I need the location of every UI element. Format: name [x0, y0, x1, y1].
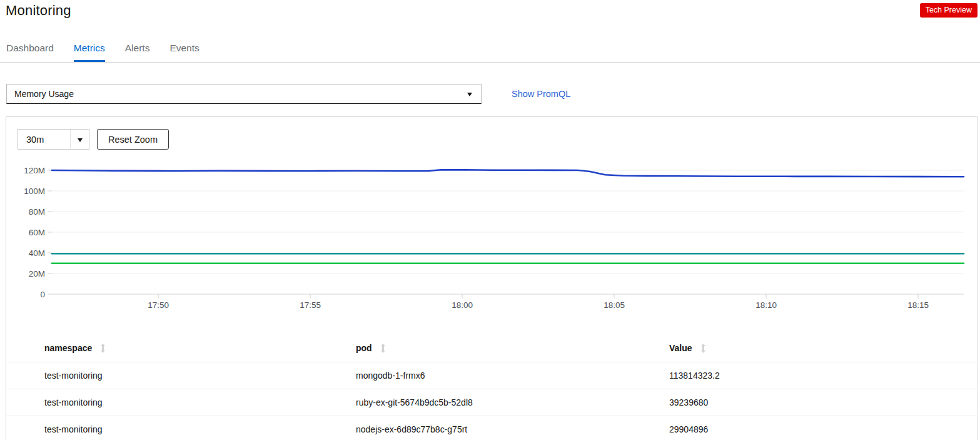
query-select-value: Memory Usage [14, 89, 74, 99]
column-header-pod[interactable]: pod [356, 343, 669, 353]
svg-text:18:15: 18:15 [907, 300, 929, 310]
timespan-select[interactable]: 30m [18, 129, 89, 150]
svg-text:18:10: 18:10 [755, 300, 777, 310]
show-promql-link[interactable]: Show PromQL [512, 89, 570, 99]
cell-namespace: test-monitoring [44, 424, 356, 434]
svg-text:100M: 100M [24, 187, 45, 196]
cell-value: 113814323.2 [669, 371, 977, 381]
column-header-value[interactable]: Value [669, 343, 977, 353]
cell-pod: mongodb-1-frmx6 [356, 371, 669, 381]
results-table: namespace pod Value test-monitoring mong… [6, 334, 977, 440]
query-select[interactable]: Memory Usage [6, 84, 482, 104]
svg-text:17:50: 17:50 [148, 300, 169, 310]
tab-bar: Dashboard Metrics Alerts Events [0, 43, 980, 63]
chevron-down-icon [78, 138, 83, 142]
svg-text:20M: 20M [29, 269, 45, 279]
svg-text:40M: 40M [29, 248, 45, 258]
cell-pod: nodejs-ex-6d89c77b8c-g75rt [356, 424, 669, 434]
table-row: test-monitoring nodejs-ex-6d89c77b8c-g75… [6, 416, 977, 440]
table-header-row: namespace pod Value [6, 334, 977, 362]
cell-value: 39239680 [669, 397, 977, 407]
cell-namespace: test-monitoring [44, 371, 356, 381]
svg-text:120M: 120M [24, 166, 45, 175]
sort-icon[interactable] [100, 344, 106, 353]
tab-events[interactable]: Events [169, 43, 199, 62]
page-header: Monitoring Tech Preview [0, 0, 980, 28]
tab-metrics[interactable]: Metrics [74, 43, 105, 62]
svg-text:60M: 60M [29, 228, 45, 237]
reset-zoom-button[interactable]: Reset Zoom [97, 129, 169, 150]
table-row: test-monitoring mongodb-1-frmx6 11381432… [6, 362, 977, 389]
cell-namespace: test-monitoring [44, 397, 356, 407]
sort-icon[interactable] [700, 344, 706, 353]
tech-preview-badge: Tech Preview [920, 3, 977, 18]
table-row: test-monitoring ruby-ex-git-5674b9dc5b-5… [6, 389, 977, 416]
svg-text:18:00: 18:00 [452, 300, 473, 310]
metrics-line-chart[interactable]: 120M100M80M60M40M20M017:5017:5518:0018:0… [6, 159, 977, 313]
column-header-namespace[interactable]: namespace [44, 343, 356, 353]
tab-alerts[interactable]: Alerts [125, 43, 150, 62]
timespan-value: 30m [26, 135, 44, 145]
cell-value: 29904896 [669, 424, 977, 434]
query-row: Memory Usage Show PromQL [6, 84, 980, 104]
chart-area[interactable]: 120M100M80M60M40M20M017:5017:5518:0018:0… [6, 159, 977, 315]
metrics-panel: 30m Reset Zoom 120M100M80M60M40M20M017:5… [6, 116, 977, 440]
cell-pod: ruby-ex-git-5674b9dc5b-52dl8 [356, 397, 669, 407]
svg-text:80M: 80M [29, 207, 45, 217]
sort-icon[interactable] [380, 344, 386, 353]
select-divider [70, 130, 71, 149]
tab-dashboard[interactable]: Dashboard [6, 43, 54, 62]
svg-text:17:55: 17:55 [300, 300, 321, 310]
svg-text:0: 0 [40, 290, 45, 299]
page-title: Monitoring [6, 3, 980, 19]
chevron-down-icon [467, 93, 472, 96]
chart-toolbar: 30m Reset Zoom [6, 117, 977, 150]
svg-text:18:05: 18:05 [604, 300, 625, 310]
